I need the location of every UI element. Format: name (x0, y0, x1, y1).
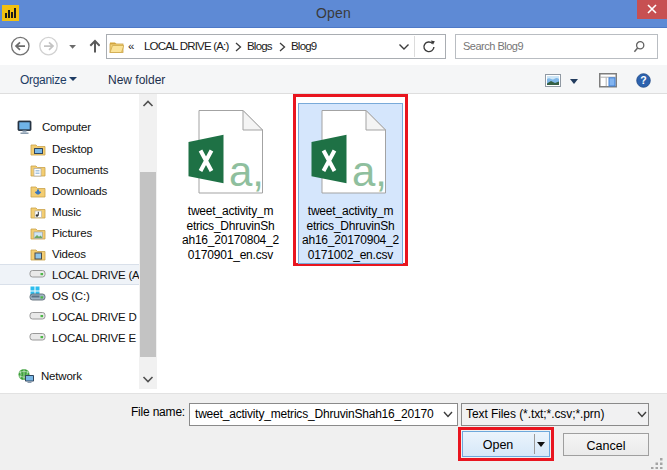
svg-text:a,: a, (352, 148, 387, 195)
svg-text:?: ? (640, 74, 646, 86)
svg-text:a,: a, (229, 148, 264, 195)
